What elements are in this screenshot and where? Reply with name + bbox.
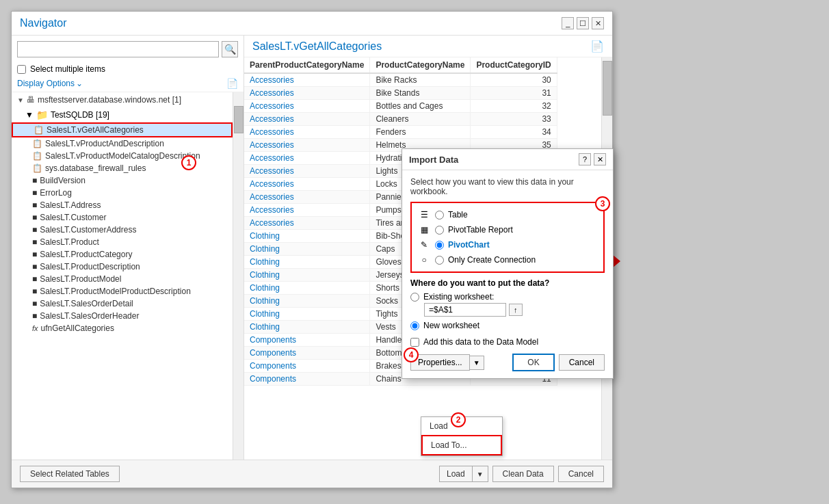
tree-area[interactable]: ▼ 🖶 msftestserver.database.windows.net [… — [12, 92, 244, 460]
clean-data-button[interactable]: Clean Data — [492, 466, 554, 482]
tree-item-label: SalesLT.ProductDescription — [40, 262, 140, 271]
add-to-data-model-checkbox[interactable] — [410, 338, 419, 347]
cell-parent: Accessories — [244, 100, 370, 113]
select-multiple-checkbox[interactable] — [17, 65, 26, 74]
tree-item-vgetallcategories[interactable]: 📋 SalesLT.vGetAllCategories — [12, 122, 233, 137]
option-table-radio[interactable] — [435, 211, 444, 220]
properties-dropdown-arrow[interactable]: ▼ — [470, 356, 484, 370]
step-label-4-wrapper: 4 Properties... — [410, 354, 470, 371]
load-dropdown-load-to[interactable]: Load To... — [421, 435, 502, 455]
tree-item-label: SalesLT.ProductModel — [40, 274, 121, 284]
tree-db-item[interactable]: ▼ 📁 TestSQLDB [19] — [12, 107, 233, 122]
tree-item-productmodelproductdesc[interactable]: ■ SalesLT.ProductModelProductDescription — [12, 285, 233, 297]
option-connection-only[interactable]: ○ Only Create Connection — [417, 252, 598, 267]
option-connection-radio[interactable] — [435, 256, 444, 265]
existing-worksheet-option[interactable]: Existing worksheet: — [410, 291, 605, 303]
cancel-button[interactable]: Cancel — [558, 466, 604, 482]
load-split-button: Load ▼ — [439, 466, 488, 482]
load-dropdown-arrow[interactable]: ▼ — [473, 466, 488, 482]
existing-ws-input[interactable] — [424, 303, 506, 317]
existing-ws-browse-button[interactable]: ↑ — [509, 304, 523, 316]
tree-item-customer[interactable]: ■ SalesLT.Customer — [12, 211, 233, 224]
properties-button[interactable]: Properties... — [410, 354, 470, 371]
display-options-button[interactable]: Display Options ⌄ — [17, 79, 83, 88]
cell-parent: Accessories — [244, 87, 370, 100]
tree-item-buildversion[interactable]: ■ BuildVersion — [12, 174, 233, 187]
tree-scrollbar-thumb[interactable] — [234, 106, 244, 133]
tree-item-salesorderheader[interactable]: ■ SalesLT.SalesOrderHeader — [12, 310, 233, 322]
ok-button[interactable]: OK — [512, 354, 554, 371]
tree-item-productdescription[interactable]: ■ SalesLT.ProductDescription — [12, 261, 233, 273]
dialog-close-button[interactable]: ✕ — [594, 153, 606, 165]
tree-item-label: SalesLT.vGetAllCategories — [47, 125, 144, 135]
tree-item-errorlog[interactable]: ■ ErrorLog — [12, 187, 233, 199]
refresh-icon[interactable]: 📄 — [226, 78, 238, 89]
table-row: AccessoriesBottles and Cages32 — [244, 100, 557, 113]
bottom-left: Select Related Tables — [20, 466, 120, 482]
tree-item-label: SalesLT.vProductAndDescription — [45, 139, 164, 148]
tree-item-address[interactable]: ■ SalesLT.Address — [12, 199, 233, 211]
tree-item-customeraddress[interactable]: ■ SalesLT.CustomerAddress — [12, 224, 233, 236]
display-options-bar: Display Options ⌄ 📄 — [12, 75, 244, 92]
cell-parent: Components — [244, 360, 370, 373]
tree-item-label: SalesLT.Product — [40, 237, 99, 247]
cell-parent: Accessories — [244, 126, 370, 139]
tree-item-label: sys.database_firewall_rules — [45, 163, 146, 173]
bottom-right: Load ▼ Clean Data Cancel — [439, 466, 604, 482]
tree-item-ufngetallcategories[interactable]: fx ufnGetAllCategories — [12, 322, 233, 334]
table-row: AccessoriesFenders34 — [244, 126, 557, 139]
table-icon: ■ — [32, 262, 37, 271]
view-icon: 📋 — [34, 125, 44, 135]
table-scrollbar-thumb[interactable] — [603, 61, 612, 116]
import-data-dialog: Import Data ? ✕ Select how you want to v… — [402, 148, 614, 379]
add-to-data-model-label: Add this data to the Data Model — [423, 337, 538, 347]
option-table-label: Table — [448, 210, 468, 220]
tree-item-product[interactable]: ■ SalesLT.Product — [12, 236, 233, 248]
display-options-label-text: Display Options — [17, 79, 75, 88]
option-pivottable[interactable]: ▦ PivotTable Report — [417, 222, 598, 237]
title-bar-controls: ⎯ ☐ ✕ — [562, 17, 604, 29]
export-icon[interactable]: 📄 — [590, 40, 604, 53]
option-pivottable-label: PivotTable Report — [448, 225, 513, 235]
option-table[interactable]: ☰ Table — [417, 207, 598, 222]
select-related-tables-button[interactable]: Select Related Tables — [20, 466, 120, 482]
where-section: Where do you want to put the data? Exist… — [410, 278, 605, 332]
tree-item-productcategory[interactable]: ■ SalesLT.ProductCategory — [12, 248, 233, 261]
table-icon: ■ — [32, 311, 37, 321]
option-pivottable-radio[interactable] — [435, 226, 444, 235]
close-button[interactable]: ✕ — [592, 17, 604, 29]
search-input[interactable] — [17, 41, 219, 57]
new-worksheet-option[interactable]: New worksheet — [410, 319, 605, 332]
dialog-help-button[interactable]: ? — [579, 153, 591, 165]
left-panel: 🔍 Select multiple items Display Options … — [12, 36, 244, 460]
cell-parent: Clothing — [244, 308, 370, 321]
cell-parent: Components — [244, 347, 370, 360]
tree-item-productmodel[interactable]: ■ SalesLT.ProductModel — [12, 273, 233, 285]
tree-item-label: SalesLT.vProductModelCatalogDescription — [45, 151, 200, 161]
existing-ws-radio[interactable] — [410, 293, 419, 302]
new-ws-radio[interactable] — [410, 321, 419, 330]
dialog-controls: ? ✕ — [579, 153, 606, 165]
table-icon: ☰ — [417, 209, 431, 220]
search-button[interactable]: 🔍 — [222, 41, 238, 57]
dialog-description: Select how you want to view this data in… — [410, 177, 605, 196]
restore-button[interactable]: ☐ — [577, 17, 589, 29]
tree-item-label: SalesLT.Address — [40, 200, 101, 210]
tree-server-item[interactable]: ▼ 🖶 msftestserver.database.windows.net [… — [12, 92, 233, 107]
table-icon: ■ — [32, 299, 37, 308]
tree-scrollbar[interactable] — [233, 92, 244, 460]
cell-parent: Accessories — [244, 204, 370, 217]
tree-item-salesorderdetail[interactable]: ■ SalesLT.SalesOrderDetail — [12, 297, 233, 310]
step-label-3: 3 — [595, 196, 610, 211]
option-pivotchart[interactable]: ✎ PivotChart — [417, 237, 598, 252]
existing-ws-label: Existing worksheet: — [423, 292, 494, 302]
cancel-dialog-button[interactable]: Cancel — [559, 354, 605, 371]
minimize-button[interactable]: ⎯ — [562, 17, 574, 29]
tree-item-vproductmodelcatalogdesc[interactable]: 📋 SalesLT.vProductModelCatalogDescriptio… — [12, 150, 233, 162]
load-button[interactable]: Load — [439, 466, 473, 482]
tree-item-firewall[interactable]: 📋 sys.database_firewall_rules — [12, 162, 233, 174]
option-pivotchart-radio[interactable] — [435, 241, 444, 250]
db-icon: 📁 — [36, 109, 48, 120]
step-label-4: 4 — [404, 347, 419, 362]
tree-item-vproductanddescription[interactable]: 📋 SalesLT.vProductAndDescription — [12, 137, 233, 150]
